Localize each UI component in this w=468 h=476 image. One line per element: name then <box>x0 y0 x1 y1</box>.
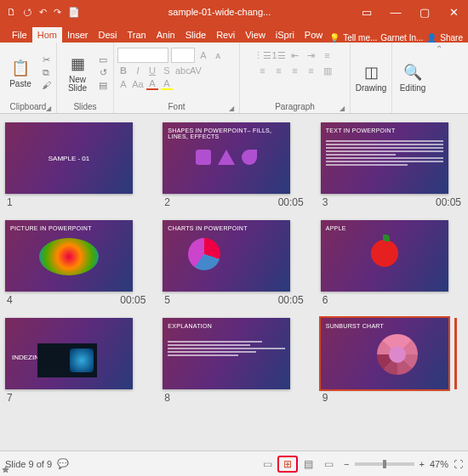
tab-design[interactable]: Desi <box>93 27 122 42</box>
slideshow-view-button[interactable]: ▭ <box>318 456 339 473</box>
align-left-icon[interactable]: ≡ <box>256 65 270 76</box>
align-center-icon[interactable]: ≡ <box>272 65 286 76</box>
shrink-font-icon[interactable]: ᴀ <box>212 50 224 61</box>
slide-cell[interactable]: SHAPES IN POWERPOINT– FILLS, LINES, EFFE… <box>163 122 305 208</box>
clipboard-dialog-icon[interactable]: ◢ <box>46 105 51 112</box>
tab-view[interactable]: View <box>240 27 271 42</box>
slide-cell[interactable]: SAMPLE - 011 <box>5 122 147 208</box>
slide-cell[interactable]: INDEZINE7★ <box>5 318 147 404</box>
maximize-icon[interactable]: ▢ <box>410 6 439 19</box>
grow-font-icon[interactable]: A <box>197 50 209 60</box>
slide-cell[interactable]: CHARTS IN POWERPOINT5★00:05 <box>163 220 305 306</box>
strike-button[interactable]: S <box>161 65 173 76</box>
font-size-select[interactable] <box>171 48 195 63</box>
slide-cell[interactable]: PICTURE IN POWERPOINT4★00:05 <box>5 220 147 306</box>
minimize-icon[interactable]: — <box>381 6 410 19</box>
slide-cell[interactable]: APPLE6★ <box>321 220 463 306</box>
tell-me-icon: 💡 <box>329 33 340 42</box>
undo-icon[interactable]: ↶ <box>39 7 47 18</box>
zoom-out-icon[interactable]: − <box>344 459 349 469</box>
tab-powerpoint[interactable]: Pow <box>300 27 328 42</box>
start-from-beginning-icon[interactable]: 📄 <box>68 7 80 18</box>
slide-number: 8 <box>164 392 170 404</box>
font-name-select[interactable] <box>117 48 168 63</box>
font-color-icon[interactable]: A <box>146 78 158 90</box>
layout-icon[interactable]: ▭ <box>96 54 110 66</box>
close-icon[interactable]: ✕ <box>439 6 468 19</box>
zoom-level[interactable]: 47% <box>430 459 448 469</box>
group-slides: ▦ New Slide ▭ ↺ ▤ Slides <box>57 42 114 113</box>
comments-icon[interactable]: 💬 <box>57 458 69 469</box>
bold-button[interactable]: B <box>117 65 129 76</box>
indent-dec-icon[interactable]: ⇤ <box>288 49 302 61</box>
cut-icon[interactable]: ✂ <box>39 54 53 66</box>
editing-button[interactable]: 🔍 Editing <box>396 52 430 103</box>
quick-access-toolbar: 🗋 ⭯ ↶ ↷ 📄 <box>0 7 87 18</box>
reading-view-button[interactable]: ▤ <box>298 456 318 473</box>
slide-number: 1 <box>7 196 13 208</box>
tab-home[interactable]: Hom <box>32 27 62 42</box>
tab-ispring[interactable]: iSpri <box>271 27 300 42</box>
share-button[interactable]: Share <box>440 33 463 42</box>
tab-transitions[interactable]: Tran <box>122 27 151 42</box>
slide-thumbnail[interactable]: SAMPLE - 01 <box>5 122 133 194</box>
redo-icon[interactable]: ↷ <box>54 7 61 18</box>
paste-button[interactable]: 📋 Paste <box>3 48 37 99</box>
group-font: A ᴀ B I U S abc AV A Aa A A Font◢ <box>114 42 240 113</box>
slide-thumbnail[interactable]: CHARTS IN POWERPOINT <box>163 220 290 292</box>
reset-icon[interactable]: ↺ <box>96 67 110 79</box>
user-name[interactable]: Garnet In... <box>380 33 423 42</box>
zoom-in-icon[interactable]: + <box>419 459 425 469</box>
slide-thumbnail[interactable]: TEXT IN POWERPOINT <box>321 122 448 194</box>
tab-review[interactable]: Revi <box>211 27 240 42</box>
slide-number: 5 <box>164 294 170 306</box>
highlight-icon[interactable]: A <box>161 78 173 90</box>
change-case-icon[interactable]: Aa <box>132 79 144 89</box>
numbering-icon[interactable]: 1☰ <box>272 49 286 61</box>
slide-number: 6 <box>322 294 328 306</box>
slide-thumbnail[interactable]: INDEZINE <box>5 318 133 389</box>
slide-cell[interactable]: EXPLANATION8★ <box>163 318 305 404</box>
ribbon-display-icon[interactable]: ▭ <box>352 6 381 19</box>
section-icon[interactable]: ▤ <box>96 80 110 92</box>
normal-view-button[interactable]: ▭ <box>257 456 277 473</box>
slide-cell[interactable]: SUNBURST CHART9★ <box>321 318 463 404</box>
refresh-icon[interactable]: ⭯ <box>23 7 32 17</box>
font-dialog-icon[interactable]: ◢ <box>229 105 234 112</box>
slide-thumbnail[interactable]: APPLE <box>321 220 448 292</box>
format-painter-icon[interactable]: 🖌 <box>39 80 53 92</box>
line-spacing-icon[interactable]: ≡ <box>321 49 334 61</box>
slide-thumbnail[interactable]: PICTURE IN POWERPOINT <box>5 220 133 292</box>
zoom-slider[interactable] <box>355 462 414 466</box>
shadow-button[interactable]: abc <box>175 65 187 76</box>
new-slide-button[interactable]: ▦ New Slide <box>60 48 94 99</box>
save-icon[interactable]: 🗋 <box>7 7 16 17</box>
paragraph-dialog-icon[interactable]: ◢ <box>340 105 345 112</box>
drawing-button[interactable]: ◫ Drawing <box>354 52 388 103</box>
spacing-button[interactable]: AV <box>190 65 202 76</box>
slide-thumbnail[interactable]: EXPLANATION <box>163 318 290 389</box>
slide-thumbnail[interactable]: SHAPES IN POWERPOINT– FILLS, LINES, EFFE… <box>163 122 290 194</box>
copy-icon[interactable]: ⧉ <box>39 67 53 79</box>
tab-file[interactable]: File <box>7 27 32 42</box>
tab-slideshow[interactable]: Slide <box>180 27 211 42</box>
columns-icon[interactable]: ▥ <box>321 65 334 76</box>
clear-format-icon[interactable]: A <box>117 79 129 89</box>
slide-sorter-view[interactable]: SAMPLE - 011SHAPES IN POWERPOINT– FILLS,… <box>0 114 468 450</box>
bullets-icon[interactable]: ⋮☰ <box>256 49 270 61</box>
justify-icon[interactable]: ≡ <box>305 65 318 76</box>
italic-button[interactable]: I <box>132 65 144 76</box>
slide-sorter-view-button[interactable]: ⊞ <box>277 456 298 473</box>
tab-insert[interactable]: Inser <box>62 27 93 42</box>
slide-cell[interactable]: TEXT IN POWERPOINT300:05 <box>321 122 463 208</box>
tell-me[interactable]: Tell me... <box>343 33 377 42</box>
collapse-ribbon-icon[interactable]: ⌃ <box>433 42 445 113</box>
indent-inc-icon[interactable]: ⇥ <box>305 49 318 61</box>
underline-button[interactable]: U <box>146 65 158 76</box>
align-right-icon[interactable]: ≡ <box>288 65 302 76</box>
slide-thumbnail[interactable]: SUNBURST CHART <box>321 318 448 389</box>
fit-to-window-icon[interactable]: ⛶ <box>454 459 463 469</box>
find-icon: 🔍 <box>402 62 423 82</box>
slide-number: 9 <box>322 392 328 404</box>
tab-animations[interactable]: Anin <box>151 27 180 42</box>
